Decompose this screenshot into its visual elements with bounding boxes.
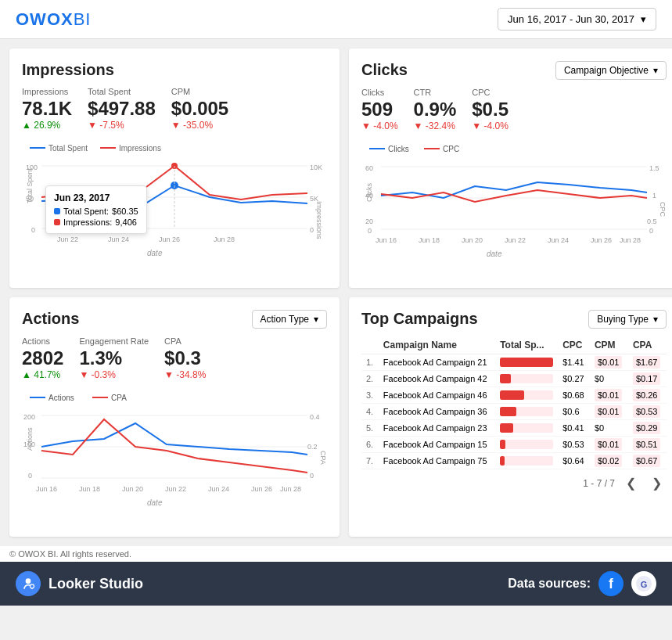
actions-metrics: Actions 2802 ▲ 41.7% Engagement Rate 1.3… [22,336,327,380]
impressions-value: 78.1K [22,98,72,120]
svg-text:Jun 24: Jun 24 [548,236,569,244]
dropdown-arrow-icon: ▾ [653,65,658,76]
row-cpa: $0.67 [628,453,667,469]
row-campaign-name: Facebook Ad Campaign 15 [379,437,495,453]
row-campaign-name: Facebook Ad Campaign 23 [379,420,495,437]
row-num: 1. [361,354,379,371]
row-total-spent-bar [495,437,558,453]
row-cpm: $0.01 [590,354,628,371]
row-total-spent-bar [495,354,558,371]
impressions-metrics: Impressions 78.1K ▲ 26.9% Total Spent $4… [22,87,327,131]
svg-text:CPC: CPC [443,145,459,153]
row-campaign-name: Facebook Ad Campaign 75 [379,453,495,469]
actions-card: Actions Action Type ▾ Actions 2802 ▲ 41.… [9,297,340,537]
row-cpc: $0.41 [558,420,590,437]
tooltip-spent-label: Total Spent: [63,207,109,216]
row-total-spent-bar [495,404,558,420]
actions-label: Actions [22,336,63,346]
clicks-card: Clicks Campaign Objective ▾ Clicks 509 ▼… [349,49,672,288]
svg-text:Clicks: Clicks [365,183,373,202]
buying-type-dropdown[interactable]: Buying Type ▾ [588,310,667,329]
tooltip-impressions-label: Impressions: [63,218,112,227]
svg-text:Jun 20: Jun 20 [122,485,143,493]
clicks-metrics: Clicks 509 ▼ -4.0% CTR 0.9% ▼ -32.4% CPC… [361,88,667,131]
clicks-metric-cpc: CPC $0.5 ▼ -4.0% [472,88,508,131]
row-cpm: $0.01 [590,437,628,453]
tooltip-spent-row: Total Spent: $60.35 [54,207,138,216]
date-range-label: Jun 16, 2017 - Jun 30, 2017 [508,13,634,25]
date-range-selector[interactable]: Jun 16, 2017 - Jun 30, 2017 ▾ [498,8,656,31]
svg-text:1: 1 [652,192,656,200]
facebook-datasource-icon[interactable]: f [598,571,623,596]
svg-text:Clicks: Clicks [388,145,409,153]
row-cpa: $0.51 [628,437,667,453]
svg-text:Jun 22: Jun 22 [57,236,78,243]
table-header-row: Campaign Name Total Sp... CPC CPM CPA [361,336,667,354]
cpa-label: CPA [164,336,206,346]
impressions-change: ▲ 26.9% [22,120,72,131]
svg-text:Impressions: Impressions [119,144,161,153]
row-campaign-name: Facebook Ad Campaign 42 [379,371,495,387]
svg-text:60: 60 [365,164,373,172]
dropdown-arrow-icon: ▾ [641,13,646,25]
col-cpa: CPA [628,336,667,354]
logo-owox: OWOX [16,9,74,29]
actions-chart: Actions CPA 200 100 0 0.4 0.2 0 [22,388,327,524]
svg-text:Total Spent: Total Spent [49,144,88,153]
table-row: 7. Facebook Ad Campaign 75 $0.64 $0.02 $… [361,453,667,469]
next-page-button[interactable]: ❯ [647,474,667,492]
svg-text:CPA: CPA [319,451,327,465]
row-campaign-name: Facebook Ad Campaign 36 [379,404,495,420]
prev-page-button[interactable]: ❮ [621,474,641,492]
svg-text:Total Spent: Total Spent [26,167,34,203]
impressions-metric-impressions: Impressions 78.1K ▲ 26.9% [22,87,72,131]
campaign-objective-dropdown[interactable]: Campaign Objective ▾ [555,61,667,80]
svg-text:Jun 16: Jun 16 [376,236,397,244]
data-sources-label: Data sources: [508,577,591,591]
tooltip-impressions-dot [54,219,60,225]
svg-text:CPA: CPA [111,394,127,402]
table-row: 4. Facebook Ad Campaign 36 $0.6 $0.01 $0… [361,404,667,420]
svg-text:Jun 16: Jun 16 [36,485,57,493]
dropdown-arrow-icon: ▾ [653,314,658,325]
svg-text:0.2: 0.2 [307,443,318,451]
row-cpm: $0.01 [590,387,628,404]
actions-header: Actions Action Type ▾ [22,310,327,329]
svg-point-71 [26,578,31,584]
svg-text:200: 200 [23,413,35,421]
logo: OWOXBI [16,9,91,30]
campaign-objective-label: Campaign Objective [564,65,649,76]
svg-text:0: 0 [31,226,35,234]
row-cpm: $0.02 [590,453,628,469]
row-cpc: $0.53 [558,437,590,453]
row-cpm: $0.01 [590,404,628,420]
impressions-title: Impressions [22,61,114,79]
impressions-metric-spent: Total Spent $497.88 ▼ -7.5% [88,87,156,131]
action-type-dropdown[interactable]: Action Type ▾ [252,310,327,329]
svg-text:1.5: 1.5 [649,164,659,172]
actions-title: Actions [22,310,79,328]
engagement-label: Engagement Rate [79,336,149,346]
tooltip-spent-dot [54,208,60,214]
pagination-row: 1 - 7 / 7 ❮ ❯ [361,474,667,492]
campaigns-table: Campaign Name Total Sp... CPC CPM CPA 1.… [361,336,667,469]
clicks-metric-ctr: CTR 0.9% ▼ -32.4% [414,88,457,131]
svg-text:20: 20 [365,218,373,225]
svg-text:10K: 10K [310,164,322,171]
col-cpc: CPC [558,336,590,354]
clicks-metric-clicks: Clicks 509 ▼ -4.0% [361,88,398,131]
row-cpc: $0.27 [558,371,590,387]
clicks-change: ▼ -4.0% [361,120,398,131]
engagement-change: ▼ -0.3% [79,369,149,380]
row-num: 2. [361,371,379,387]
table-row: 5. Facebook Ad Campaign 23 $0.41 $0 $0.2… [361,420,667,437]
svg-text:Jun 26: Jun 26 [591,236,612,244]
clicks-chart: Clicks CPC 60 40 20 0 1.5 1 0.5 0 [361,139,667,275]
col-num [361,336,379,354]
google-analytics-datasource-icon[interactable]: G [631,571,656,596]
row-total-spent-bar [495,420,558,437]
impressions-card: Impressions Impressions 78.1K ▲ 26.9% To… [9,49,340,288]
table-row: 3. Facebook Ad Campaign 46 $0.68 $0.01 $… [361,387,667,404]
row-cpm: $0 [590,420,628,437]
footer-right: Data sources: f G [508,571,656,596]
